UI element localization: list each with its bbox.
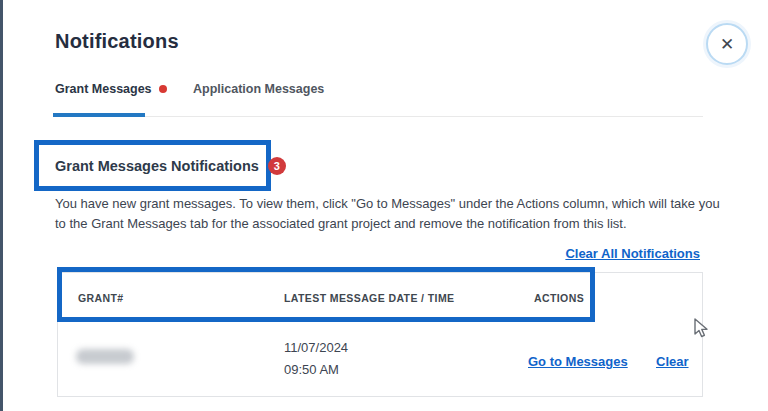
section-heading: Grant Messages Notifications 3 — [55, 157, 286, 175]
backdrop-edge — [0, 0, 3, 411]
close-icon: ✕ — [720, 34, 734, 55]
column-header-date-time: LATEST MESSAGE DATE / TIME — [284, 292, 454, 304]
notifications-modal: Notifications ✕ Grant Messages Applicati… — [0, 0, 768, 411]
latest-message-date: 11/07/2024 — [284, 337, 348, 359]
unread-dot-icon — [159, 85, 167, 93]
grant-number-redacted — [76, 349, 134, 364]
tab-application-messages[interactable]: Application Messages — [193, 82, 324, 96]
latest-message-time: 09:50 AM — [284, 359, 348, 381]
tab-grant-messages-label: Grant Messages — [55, 82, 152, 96]
tab-divider — [53, 116, 703, 117]
column-header-actions: ACTIONS — [534, 292, 584, 304]
notification-count-badge: 3 — [268, 157, 286, 175]
latest-message-datetime: 11/07/2024 09:50 AM — [284, 337, 348, 381]
mouse-cursor-icon — [692, 317, 709, 340]
clear-row-link[interactable]: Clear — [656, 354, 689, 369]
column-header-grant: GRANT# — [78, 292, 124, 304]
tab-application-messages-label: Application Messages — [193, 82, 324, 96]
clear-all-notifications-link[interactable]: Clear All Notifications — [565, 246, 700, 261]
go-to-messages-link[interactable]: Go to Messages — [528, 354, 628, 369]
tab-grant-messages[interactable]: Grant Messages — [55, 82, 167, 96]
close-button[interactable]: ✕ — [706, 23, 748, 65]
section-heading-label: Grant Messages Notifications — [55, 158, 259, 174]
active-tab-indicator — [53, 113, 145, 117]
section-description: You have new grant messages. To view the… — [55, 194, 733, 233]
notifications-table: GRANT# LATEST MESSAGE DATE / TIME ACTION… — [57, 272, 703, 397]
page-title: Notifications — [55, 30, 179, 53]
